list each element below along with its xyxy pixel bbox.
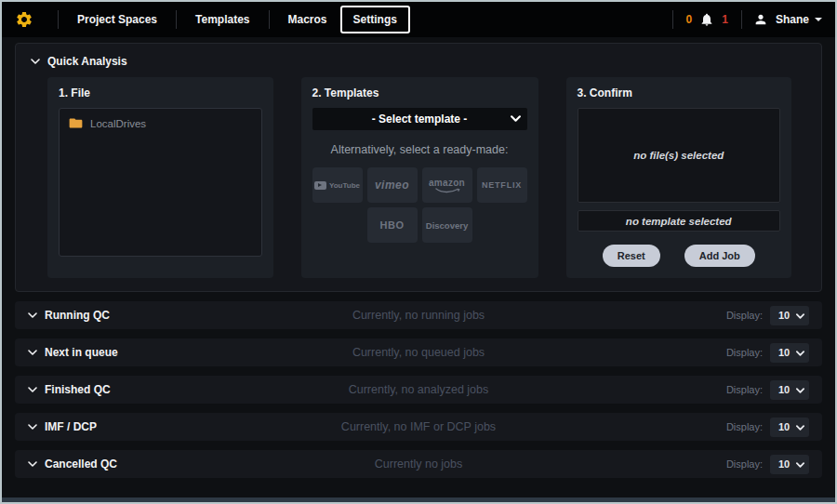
chevron-down-icon [796,351,804,356]
section-header[interactable]: Finished QC [28,383,111,396]
templates-panel-title: 2. Templates [312,86,527,99]
brand-label: amazon [429,178,465,188]
nav-right-group: 0 1 Shane [661,10,822,29]
section-title: Next in queue [45,346,118,359]
section-header[interactable]: Cancelled QC [28,458,117,471]
confirm-panel: 3. Confirm no file(s) selected no templa… [566,77,792,278]
quick-analysis-section: Quick Analysis 1. File LocalDrives [15,43,822,292]
chevron-down-icon [796,462,804,468]
display-count-value: 10 [778,310,790,321]
display-label: Display: [726,384,763,395]
brand-button-youtube[interactable]: YouTube [312,167,363,203]
template-select[interactable]: - Select template - [312,108,527,130]
display-control: Display: 10 [726,380,809,400]
confirm-panel-title: 3. Confirm [578,86,781,99]
display-count-value: 10 [778,421,790,432]
brand-button-netflix[interactable]: NETFLIX [477,167,527,203]
chevron-down-icon [31,59,40,64]
bell-icon[interactable] [699,12,714,27]
bottom-scrollbar-track[interactable] [2,497,835,502]
nav-separator [58,10,59,29]
brand-label: NETFLIX [482,180,522,190]
display-label: Display: [726,458,763,470]
user-menu[interactable]: Shane [776,13,809,26]
confirm-actions: Reset Add Job [578,245,781,267]
display-control: Display: 10 [726,418,809,437]
brand-button-hbo[interactable]: HBO [367,207,418,243]
gear-logo-icon [15,10,33,29]
display-count-value: 10 [778,458,790,470]
nav-separator [269,10,270,29]
app-logo[interactable] [15,10,33,29]
section-empty-message: Currently, no running jobs [15,309,822,322]
display-label: Display: [726,421,763,432]
chevron-down-icon [796,388,804,393]
chevron-down-icon [796,425,804,431]
section-imf-dcp: IMF / DCP Currently, no IMF or DCP jobs … [15,413,822,441]
display-label: Display: [726,347,763,358]
display-count-select[interactable]: 10 [770,455,809,474]
chevron-down-icon [28,312,37,318]
chevron-down-icon [28,387,37,392]
reset-button[interactable]: Reset [603,245,660,267]
brand-label: Discovery [426,220,468,231]
display-control: Display: 10 [726,455,809,474]
brand-button-vimeo[interactable]: vimeo [367,167,418,203]
display-count-value: 10 [778,384,790,395]
main-content: Quick Analysis 1. File LocalDrives [2,37,835,502]
section-title: Cancelled QC [45,458,117,471]
section-header[interactable]: Next in queue [28,346,118,359]
youtube-play-icon [314,181,326,190]
quick-analysis-title: Quick Analysis [47,55,127,68]
template-select-value: - Select template - [372,113,468,126]
brand-label: HBO [380,219,405,231]
top-nav: Project Spaces Templates Macros Settings… [2,2,835,37]
brand-label: vimeo [375,179,409,192]
file-browser: LocalDrives [59,108,262,257]
app-window: Project Spaces Templates Macros Settings… [0,0,837,504]
section-title: Running QC [45,309,110,322]
display-count-select[interactable]: 10 [770,306,809,325]
nav-separator [672,10,673,29]
nav-item-project-spaces[interactable]: Project Spaces [70,7,165,32]
display-label: Display: [726,310,763,321]
section-next-in-queue: Next in queue Currently, no queued jobs … [15,338,822,366]
nav-separator [176,10,177,29]
no-template-message: no template selected [626,216,732,227]
section-header[interactable]: IMF / DCP [28,420,97,433]
chevron-down-icon [511,115,521,122]
brand-row-1: YouTube vimeo amazon NETFLIX [312,167,527,203]
display-count-select[interactable]: 10 [770,418,809,437]
section-empty-message: Currently, no queued jobs [15,346,822,359]
display-count-select[interactable]: 10 [770,343,809,363]
amazon-smile-icon [434,188,460,193]
nav-item-settings[interactable]: Settings [340,6,410,33]
quick-analysis-panels: 1. File LocalDrives [16,75,821,278]
quick-analysis-header[interactable]: Quick Analysis [16,51,821,75]
file-panel-title: 1. File [59,86,262,99]
templates-panel: 2. Templates - Select template - Alterna… [301,77,538,278]
folder-icon [69,117,83,129]
nav-item-templates[interactable]: Templates [188,7,257,32]
chevron-down-icon [28,461,37,467]
section-cancelled-qc: Cancelled QC Currently no jobs Display: … [15,450,822,478]
person-icon [753,12,768,27]
caret-down-icon[interactable] [815,18,822,21]
brand-label: YouTube [329,181,360,190]
file-tree-item-localdrives[interactable]: LocalDrives [69,117,252,129]
file-panel: 1. File LocalDrives [47,77,273,278]
nav-item-macros[interactable]: Macros [281,7,335,32]
brand-button-discovery[interactable]: Discovery [422,207,472,243]
brand-row-2: HBO Discovery [312,207,527,243]
chevron-down-icon [796,313,804,319]
display-control: Display: 10 [726,343,809,363]
display-count-select[interactable]: 10 [770,380,809,400]
add-job-button[interactable]: Add Job [684,245,755,267]
section-header[interactable]: Running QC [28,309,110,322]
brand-button-amazon[interactable]: amazon [422,167,472,203]
section-empty-message: Currently no jobs [15,458,822,471]
notification-count-badge[interactable]: 0 [686,13,693,26]
section-title: IMF / DCP [45,420,97,433]
ready-made-hint: Alternatively, select a ready-made: [312,143,527,156]
alert-count-badge[interactable]: 1 [722,13,728,26]
